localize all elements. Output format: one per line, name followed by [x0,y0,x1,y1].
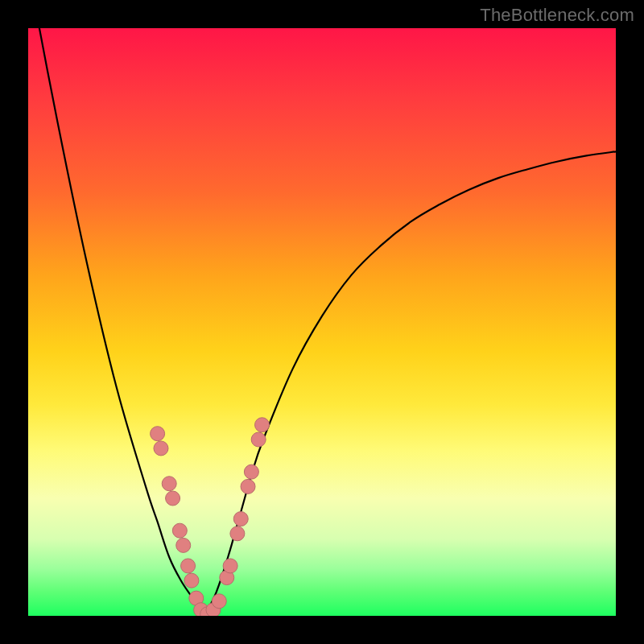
bottleneck-curve-svg [28,28,616,616]
image-frame: TheBottleneck.com [0,0,644,644]
highlight-dot [176,538,191,552]
plot-gradient-area [28,28,616,616]
highlight-dot [223,559,237,573]
highlight-dot [251,432,266,447]
highlight-dot [172,523,187,538]
highlight-dot [151,427,165,441]
highlight-dot [181,559,196,573]
highlight-dot [230,526,245,541]
highlight-dot [244,464,258,479]
highlight-dot [162,477,176,491]
highlight-dot [184,573,199,588]
highlight-dot [166,491,180,506]
watermark-text: TheBottleneck.com [480,5,634,26]
highlight-dot-group [151,418,270,616]
highlight-dot [212,594,226,609]
highlight-dot [233,512,248,526]
highlight-dot [241,479,255,493]
curve-right-branch [204,151,616,616]
highlight-dot [255,418,270,432]
highlight-dot [154,441,168,456]
